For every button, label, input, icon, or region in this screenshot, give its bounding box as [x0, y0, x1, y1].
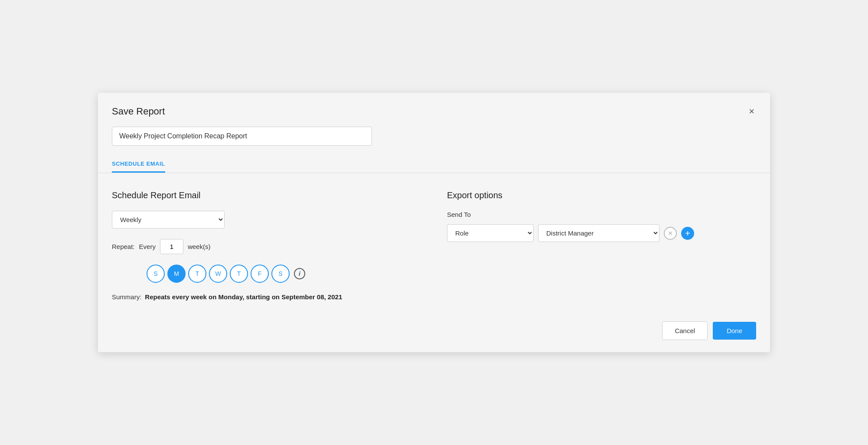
add-recipient-button[interactable]: + [681, 227, 694, 240]
send-to-row: Role User Group District Manager Store M… [447, 224, 756, 242]
cancel-button[interactable]: Cancel [662, 321, 708, 340]
days-row: S M T W T F S i [112, 265, 421, 283]
done-button[interactable]: Done [713, 322, 756, 340]
modal-footer: Cancel Done [98, 314, 770, 352]
send-to-label: Send To [447, 211, 756, 218]
summary-row: Summary: Repeats every week on Monday, s… [112, 293, 421, 301]
repeat-row: Repeat: Every week(s) [112, 239, 421, 254]
right-panel: Export options Send To Role User Group D… [447, 190, 756, 301]
main-content: Schedule Report Email Weekly Daily Month… [98, 173, 770, 314]
summary-label: Summary: [112, 293, 141, 301]
tab-schedule-email[interactable]: SCHEDULE EMAIL [112, 156, 165, 173]
export-heading: Export options [447, 190, 756, 200]
role-select[interactable]: Role User Group [447, 224, 534, 242]
frequency-select[interactable]: Weekly Daily Monthly [112, 211, 225, 229]
day-saturday[interactable]: S [271, 265, 290, 283]
report-name-section [98, 127, 770, 156]
modal-title: Save Report [112, 106, 165, 117]
remove-recipient-button[interactable]: × [664, 227, 677, 240]
day-wednesday[interactable]: W [209, 265, 227, 283]
close-button[interactable]: × [747, 105, 756, 118]
repeat-label: Repeat: [112, 243, 135, 250]
weeks-label: week(s) [188, 243, 211, 250]
day-tuesday[interactable]: T [188, 265, 206, 283]
tabs-section: SCHEDULE EMAIL [98, 156, 770, 173]
district-manager-select[interactable]: District Manager Store Manager Regional … [538, 224, 659, 242]
schedule-heading: Schedule Report Email [112, 190, 421, 200]
day-friday[interactable]: F [251, 265, 269, 283]
info-icon[interactable]: i [294, 268, 305, 279]
every-label: Every [139, 243, 156, 250]
repeat-number-input[interactable] [160, 239, 183, 254]
day-monday[interactable]: M [167, 265, 186, 283]
day-thursday[interactable]: T [230, 265, 248, 283]
left-panel: Schedule Report Email Weekly Daily Month… [112, 190, 421, 301]
modal-header: Save Report × [98, 93, 770, 127]
report-name-input[interactable] [112, 127, 372, 146]
summary-text: Repeats every week on Monday, starting o… [145, 293, 342, 301]
save-report-modal: Save Report × SCHEDULE EMAIL Schedule Re… [98, 93, 770, 352]
day-sunday[interactable]: S [147, 265, 165, 283]
